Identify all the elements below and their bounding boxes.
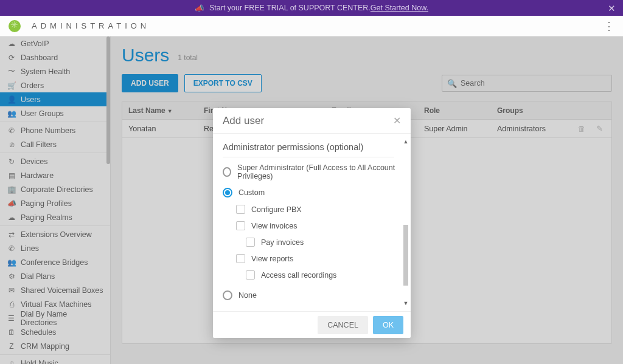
close-icon[interactable]: ✕ (608, 3, 616, 14)
scroll-thumb[interactable] (403, 225, 408, 286)
checkbox-view-reports[interactable]: View reports (236, 254, 401, 263)
radio-icon (223, 290, 232, 300)
checkbox-pay-invoices[interactable]: Pay invoices (246, 238, 401, 247)
checkbox-icon (246, 238, 255, 247)
banner-link[interactable]: Get Started Now. (371, 4, 428, 12)
section-heading: Administrator permissions (optional) (223, 140, 394, 157)
trial-banner: 📣 Start your FREE TRIAL of SUPPORT CENTE… (0, 0, 623, 16)
checkbox-icon (236, 221, 245, 230)
add-user-modal: Add user ✕ Administrator permissions (op… (213, 108, 411, 338)
megaphone-icon: 📣 (195, 4, 204, 13)
checkbox-icon (236, 254, 245, 263)
radio-custom[interactable]: Custom (223, 188, 401, 197)
checkbox-access-recordings[interactable]: Access call recordings (246, 270, 401, 280)
kebab-menu-icon[interactable]: ⋮ (604, 19, 614, 33)
brand-logo[interactable] (9, 20, 21, 32)
topbar: ADMINISTRATION ⋮ (0, 16, 623, 36)
radio-icon (223, 167, 231, 177)
scroll-up-icon[interactable]: ▲ (403, 139, 409, 145)
cancel-button[interactable]: CANCEL (318, 316, 368, 334)
close-icon[interactable]: ✕ (393, 115, 401, 126)
checkbox-icon (246, 270, 255, 280)
scroll-down-icon[interactable]: ▼ (403, 300, 409, 306)
modal-title: Add user (223, 115, 264, 127)
checkbox-view-invoices[interactable]: View invoices (236, 221, 401, 230)
radio-icon (223, 188, 232, 197)
app-title: ADMINISTRATION (32, 21, 150, 30)
modal-scrollbar[interactable]: ▲ ▼ (402, 139, 409, 306)
checkbox-configure-pbx[interactable]: Configure PBX (236, 205, 401, 214)
radio-none[interactable]: None (223, 290, 401, 300)
checkbox-icon (236, 205, 245, 214)
radio-super-admin[interactable]: Super Administrator (Full Access to All … (223, 163, 401, 180)
ok-button[interactable]: OK (373, 316, 403, 334)
banner-text: Start your FREE TRIAL of SUPPORT CENTER. (209, 4, 371, 12)
